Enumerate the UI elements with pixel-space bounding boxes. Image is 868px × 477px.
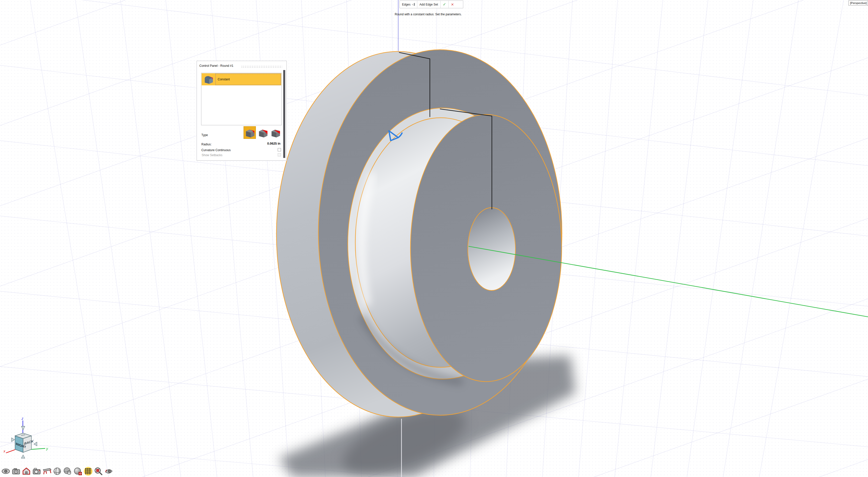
orbit-sphere-icon[interactable]: [53, 467, 62, 476]
constant-round-icon: [202, 73, 215, 85]
panel-drag-grip[interactable]: [241, 66, 282, 68]
rotate-right-arrow: [11, 438, 14, 442]
3d-viewport[interactable]: [0, 0, 868, 477]
view-toolbar: [1, 467, 114, 476]
workplane-table-icon[interactable]: [42, 467, 52, 476]
radius-value-field[interactable]: 0.0625 in: [267, 142, 280, 146]
cancel-x-icon: ✕: [451, 2, 454, 6]
view-cube[interactable]: z RIGHT BACK x y: [0, 407, 60, 470]
rotate-left-arrow: [34, 442, 37, 446]
type-round-convex-button[interactable]: [244, 126, 256, 139]
round-set-label: Constant: [218, 77, 230, 81]
render-camera-icon[interactable]: [32, 467, 41, 476]
round-set-list[interactable]: Constant: [201, 73, 282, 125]
visibility-eye-icon[interactable]: [1, 467, 10, 476]
y-axis-indicator: [31, 448, 45, 449]
edges-label: Edges: [402, 3, 410, 6]
panel-scrollbar-thumb[interactable]: [283, 70, 285, 158]
x-axis-label: x: [3, 449, 5, 453]
zoom-selection-icon[interactable]: [94, 467, 103, 476]
type-round-concave-button[interactable]: [257, 126, 269, 139]
round-set-row-selected[interactable]: Constant: [202, 73, 281, 85]
radius-label: Radius:: [202, 142, 212, 146]
pan-globe-icon[interactable]: [63, 467, 72, 476]
zoom-sphere-icon[interactable]: [73, 467, 83, 476]
snapshot-camera-icon[interactable]: [11, 467, 21, 476]
round-mini-toolbar: Edges ◁ Add Edge Set ✓ ✕: [400, 0, 463, 8]
part-stepped-disc[interactable]: [276, 50, 562, 417]
home-view-icon[interactable]: [22, 467, 31, 476]
curvature-continuous-checkbox[interactable]: [278, 148, 281, 151]
collapse-icon[interactable]: ◁: [412, 3, 414, 6]
edges-button[interactable]: Edges ◁: [400, 1, 417, 8]
control-panel-round: Control Panel - Round #1 Constant Type: [196, 61, 287, 161]
view-mode-indicator: [Perspective]: [848, 0, 868, 5]
y-axis-label: y: [46, 447, 48, 451]
grid-toggle-icon[interactable]: [83, 467, 93, 476]
type-chamfer-button[interactable]: [269, 126, 281, 139]
cancel-button[interactable]: ✕: [449, 1, 456, 8]
x-axis-indicator: [6, 450, 15, 453]
show-setbacks-checkbox: [278, 153, 281, 156]
show-setbacks-label: Show Setbacks: [202, 153, 222, 157]
rotate-down-arrow: [21, 426, 25, 430]
rotate-up-arrow: [21, 455, 25, 458]
center-hole: [468, 208, 516, 290]
confirm-button[interactable]: ✓: [441, 1, 449, 8]
curvature-continuous-label: Curvature Continuous: [202, 148, 231, 152]
cad-application-window: { "viewport": { "view_mode_label": "[Per…: [0, 0, 868, 477]
add-edge-set-button[interactable]: Add Edge Set: [417, 1, 441, 8]
z-axis-label: z: [21, 416, 23, 420]
status-hint-text: Round with a constant radius: Set the pa…: [395, 12, 462, 16]
perspective-eye-icon[interactable]: [104, 467, 114, 476]
control-panel-title: Control Panel - Round #1: [199, 64, 233, 67]
confirm-check-icon: ✓: [443, 2, 446, 7]
type-label: Type: [202, 133, 208, 137]
